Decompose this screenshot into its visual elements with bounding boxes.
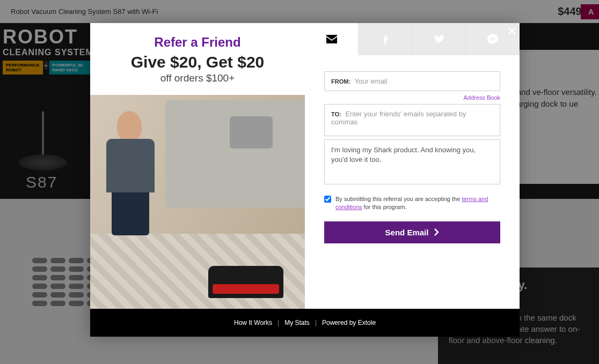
address-book-link[interactable]: Address Book	[464, 94, 500, 101]
facebook-icon	[379, 33, 392, 46]
share-twitter-tab[interactable]	[412, 23, 466, 55]
to-label: TO:	[331, 111, 341, 117]
chevron-right-icon	[434, 228, 439, 236]
how-it-works-link[interactable]: How It Works	[234, 319, 272, 326]
from-email-input[interactable]: FROM: Your email	[324, 71, 500, 91]
terms-checkbox[interactable]	[324, 196, 331, 203]
separator: |	[315, 319, 317, 326]
powered-by-link[interactable]: Powered by Extole	[322, 319, 376, 326]
to-placeholder: Enter your friends' emails separated by …	[331, 110, 466, 126]
separator: |	[277, 319, 279, 326]
to-email-input[interactable]: TO: Enter your friends' emails separated…	[324, 104, 500, 136]
refer-title: Refer a Friend	[90, 35, 305, 50]
promo-image	[90, 95, 305, 309]
close-modal-button[interactable]	[505, 24, 520, 39]
off-orders-text: off orders $100+	[90, 72, 305, 84]
message-input[interactable]: I'm loving my Shark product. And knowing…	[324, 139, 500, 184]
terms-text: By submitting this referral you are acce…	[335, 195, 500, 212]
share-email-tab[interactable]	[305, 23, 358, 55]
my-stats-link[interactable]: My Stats	[284, 319, 310, 326]
from-label: FROM:	[331, 78, 350, 85]
messenger-icon	[486, 33, 499, 46]
from-placeholder: Your email	[354, 77, 387, 85]
share-facebook-tab[interactable]	[358, 23, 412, 55]
twitter-icon	[433, 33, 445, 46]
give-get-heading: Give $20, Get $20	[90, 53, 305, 71]
email-icon	[325, 33, 338, 46]
refer-friend-modal: Refer a Friend Give $20, Get $20 off ord…	[90, 23, 520, 337]
send-email-button[interactable]: Send Email	[324, 221, 500, 243]
